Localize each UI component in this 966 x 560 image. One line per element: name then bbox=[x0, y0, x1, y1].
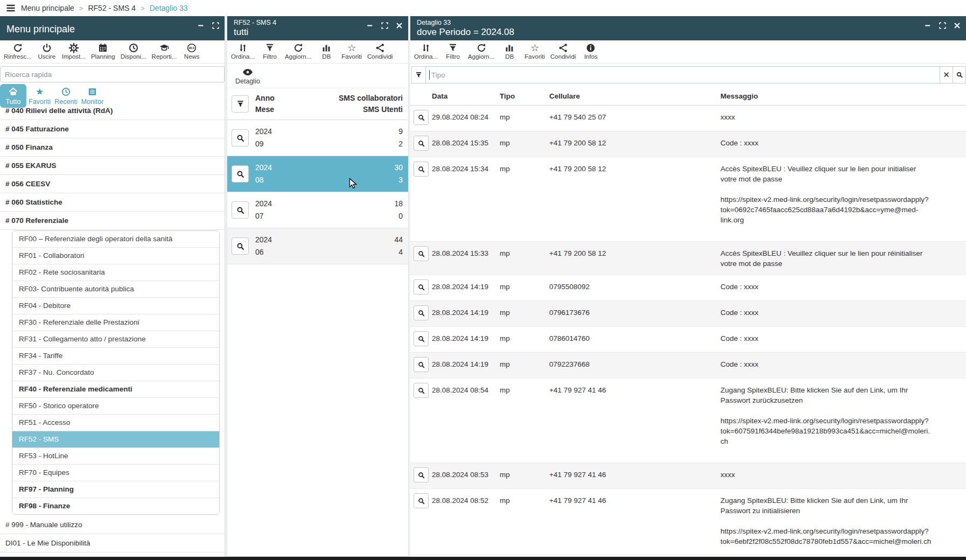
menu-subitem[interactable]: RF97 - Planning bbox=[12, 481, 219, 498]
tab-monitor[interactable]: Monitor bbox=[79, 84, 106, 108]
column-header-messaggio[interactable]: Messaggio bbox=[720, 91, 966, 100]
breadcrumb-item-detaglio[interactable]: Detaglio 33 bbox=[150, 4, 188, 12]
menu-subitem[interactable]: RF53 - HotLine bbox=[12, 448, 219, 465]
apply-search-button[interactable] bbox=[953, 66, 966, 83]
row-magnifier-button[interactable] bbox=[414, 493, 429, 508]
refresh-button[interactable]: Aggiorn... bbox=[465, 42, 497, 60]
detail-row[interactable]: 28.08.2024 14:19mp0796173676Code : xxxx bbox=[410, 301, 966, 327]
clear-filter-button[interactable]: ✕ bbox=[940, 66, 953, 83]
detail-row[interactable]: 28.08.2024 08:53mp+41 79 927 41 46xxxx bbox=[410, 463, 966, 489]
row-magnifier-button[interactable] bbox=[232, 129, 249, 146]
db-button[interactable]: DB bbox=[497, 42, 522, 60]
close-icon[interactable] bbox=[395, 21, 403, 30]
filter-button[interactable]: Filtro bbox=[257, 42, 282, 60]
menu-subitem[interactable]: RF31 - Collegamento atto / prestazione bbox=[12, 331, 219, 348]
detail-row[interactable]: 28.08.2024 14:19mp0795508092Code : xxxx bbox=[410, 275, 966, 301]
detail-row[interactable]: 28.08.2024 08:54mp+41 79 927 41 46Zugang… bbox=[410, 379, 966, 463]
sms-row[interactable]: 202407180 bbox=[227, 192, 408, 228]
menu-subitem[interactable]: RF98 - Finanze bbox=[12, 498, 219, 514]
menu-item[interactable]: # 056 CEESV bbox=[0, 175, 225, 193]
news-button[interactable]: MLS News bbox=[179, 42, 204, 60]
search-input[interactable] bbox=[0, 66, 225, 82]
menu-subitem[interactable]: RF01 - Collaboratori bbox=[12, 248, 219, 264]
row-magnifier-button[interactable] bbox=[414, 331, 429, 346]
menu-item[interactable]: # 070 Referenziale bbox=[0, 212, 225, 230]
breadcrumb-item-rf52[interactable]: RF52 - SMS 4 bbox=[88, 4, 136, 12]
tab-favoriti[interactable]: ★ Favoriti bbox=[26, 84, 53, 108]
db-button[interactable]: DB bbox=[314, 42, 339, 60]
tipo-filter-input[interactable] bbox=[425, 66, 940, 83]
row-magnifier-button[interactable] bbox=[232, 165, 249, 183]
minimize-icon[interactable] bbox=[197, 21, 205, 30]
column-filter-icon[interactable] bbox=[411, 66, 425, 83]
row-magnifier-button[interactable] bbox=[414, 246, 429, 261]
share-button[interactable]: Condividi bbox=[365, 42, 395, 60]
share-button[interactable]: Condividi bbox=[548, 42, 578, 60]
row-magnifier-button[interactable] bbox=[414, 110, 429, 125]
tab-tutto[interactable]: Tutto bbox=[0, 84, 26, 108]
row-magnifier-button[interactable] bbox=[414, 305, 429, 320]
planning-button[interactable]: Planning bbox=[88, 42, 118, 60]
settings-button[interactable]: Impost... bbox=[59, 42, 88, 60]
menu-subitem[interactable]: RF52 - SMS bbox=[12, 431, 219, 448]
refresh-button[interactable]: Rinfresc... bbox=[1, 42, 34, 60]
menu-item[interactable]: # 060 Statistiche bbox=[0, 193, 225, 212]
maximize-icon[interactable] bbox=[380, 21, 389, 30]
row-magnifier-button[interactable] bbox=[414, 383, 429, 398]
menu-subitem[interactable]: RF34 - Tariffe bbox=[12, 348, 219, 365]
menu-item[interactable]: Mio Planning bbox=[0, 552, 225, 557]
menu-subitem[interactable]: RF51 - Accesso bbox=[12, 415, 219, 431]
detail-row[interactable]: 28.08.2024 14:19mp0792237668Code : xxxx bbox=[410, 353, 966, 379]
refresh-button[interactable]: Aggiorn... bbox=[282, 42, 314, 60]
detail-row[interactable]: 28.08.2024 15:33mp+41 79 200 58 12Accès … bbox=[410, 242, 966, 275]
column-sms-counts[interactable]: SMS collaboratori SMS Utenti bbox=[339, 93, 403, 115]
row-magnifier-button[interactable] bbox=[414, 357, 429, 372]
row-magnifier-button[interactable] bbox=[232, 201, 249, 219]
menu-subitem[interactable]: RF50 - Storico operatore bbox=[12, 398, 219, 415]
maximize-icon[interactable] bbox=[211, 21, 220, 30]
detail-row[interactable]: 29.08.2024 08:24mp+41 79 540 25 07xxxx bbox=[410, 106, 966, 131]
logout-button[interactable]: Uscire bbox=[34, 42, 59, 60]
menu-subitem[interactable]: RF30 - Referenziale delle Prestazioni bbox=[12, 314, 219, 331]
detail-row[interactable]: 28.08.2024 15:34mp+41 79 200 58 12Accès … bbox=[410, 157, 966, 242]
detail-view-button[interactable]: Detaglio bbox=[235, 66, 260, 85]
minimize-icon[interactable] bbox=[366, 21, 374, 30]
favorites-button[interactable]: ☆ Favoriti bbox=[522, 42, 548, 60]
menu-subitem[interactable]: RF02 - Rete sociosanitaria bbox=[12, 264, 219, 281]
maximize-icon[interactable] bbox=[938, 21, 947, 30]
infos-button[interactable]: Infos bbox=[578, 42, 603, 60]
menu-item[interactable]: # 045 Fatturazione bbox=[0, 120, 225, 138]
sort-button[interactable]: Ordina... bbox=[411, 42, 440, 60]
menu-subitem[interactable]: RF40 - Referenziale medicamenti bbox=[12, 381, 219, 398]
menu-item[interactable]: # 050 Finanza bbox=[0, 138, 225, 157]
favorites-button[interactable]: ☆ Favoriti bbox=[339, 42, 365, 60]
filter-button[interactable]: Filtro bbox=[440, 42, 465, 60]
row-magnifier-button[interactable] bbox=[414, 136, 429, 151]
row-magnifier-button[interactable] bbox=[414, 467, 429, 482]
menu-subitem[interactable]: RF03- Contribuente autorità publica bbox=[12, 281, 219, 298]
menu-subitem[interactable]: RF00 – Referenziale degli operatori dell… bbox=[12, 231, 219, 248]
detail-row[interactable]: 28.08.2024 15:35mp+41 79 200 58 12Code :… bbox=[410, 131, 966, 157]
menu-subitem[interactable]: RF37 - Nu. Concordato bbox=[12, 365, 219, 381]
row-magnifier-button[interactable] bbox=[414, 279, 429, 295]
column-header-cellulare[interactable]: Cellulare bbox=[549, 91, 720, 100]
menu-item[interactable]: DI01 - Le Mie Disponibilità bbox=[0, 534, 225, 552]
tab-recenti[interactable]: Recenti bbox=[53, 84, 79, 108]
row-magnifier-button[interactable] bbox=[232, 237, 249, 255]
sms-row[interactable]: 20240992 bbox=[227, 120, 408, 156]
row-magnifier-button[interactable] bbox=[414, 162, 429, 177]
availability-button[interactable]: Disponi... bbox=[118, 42, 149, 60]
menu-item[interactable]: # 999 - Manuale utilizzo bbox=[0, 516, 225, 534]
sort-button[interactable]: Ordina... bbox=[228, 42, 257, 60]
list-filter-button[interactable] bbox=[232, 95, 249, 113]
detail-row[interactable]: 28.08.2024 08:52mp+41 79 927 41 46Zugang… bbox=[410, 489, 966, 557]
sms-row[interactable]: 202406444 bbox=[227, 228, 408, 264]
sms-row[interactable]: 202408303 bbox=[227, 156, 408, 192]
close-icon[interactable] bbox=[953, 21, 961, 30]
menu-subitem[interactable]: RF70 - Equipes bbox=[12, 465, 219, 481]
minimize-icon[interactable] bbox=[923, 21, 932, 30]
reporting-button[interactable]: Reporti... bbox=[149, 42, 180, 60]
hamburger-menu-icon[interactable] bbox=[5, 3, 16, 13]
column-header-tipo[interactable]: Tipo bbox=[500, 91, 549, 100]
breadcrumb-item-menu[interactable]: Menu principale bbox=[21, 4, 74, 12]
